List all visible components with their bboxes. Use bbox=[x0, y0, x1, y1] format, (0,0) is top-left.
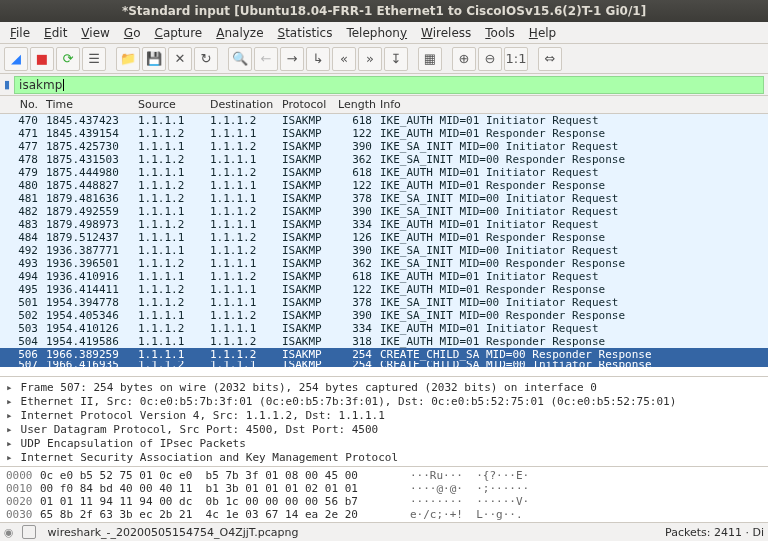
detail-line[interactable]: ▸ User Datagram Protocol, Src Port: 4500… bbox=[6, 423, 762, 437]
menu-statistics[interactable]: Statistics bbox=[272, 24, 339, 42]
col-header-length[interactable]: Length bbox=[334, 98, 376, 111]
close-file-icon[interactable]: ✕ bbox=[168, 47, 192, 71]
display-filter-input[interactable]: isakmp bbox=[14, 76, 764, 94]
open-file-icon[interactable]: 📁 bbox=[116, 47, 140, 71]
reload-icon[interactable]: ↻ bbox=[194, 47, 218, 71]
hex-line[interactable]: 002001 01 11 94 11 94 00 dc 0b 1c 00 00 … bbox=[6, 495, 762, 508]
packet-list-pane[interactable]: No. Time Source Destination Protocol Len… bbox=[0, 96, 768, 376]
packet-row[interactable]: 4701845.4374231.1.1.11.1.1.2ISAKMP618IKE… bbox=[0, 114, 768, 127]
menubar: File Edit View Go Capture Analyze Statis… bbox=[0, 22, 768, 44]
first-packet-icon[interactable]: « bbox=[332, 47, 356, 71]
packet-row[interactable]: 4711845.4391541.1.1.21.1.1.1ISAKMP122IKE… bbox=[0, 127, 768, 140]
col-header-time[interactable]: Time bbox=[42, 98, 134, 111]
packet-row[interactable]: 4931936.3965011.1.1.21.1.1.1ISAKMP362IKE… bbox=[0, 257, 768, 270]
display-filter-bar: ▮ isakmp bbox=[0, 74, 768, 96]
menu-file[interactable]: File bbox=[4, 24, 36, 42]
packet-details-pane[interactable]: ▸ Frame 507: 254 bytes on wire (2032 bit… bbox=[0, 376, 768, 466]
packet-row[interactable]: 5061966.3892591.1.1.11.1.1.2ISAKMP254CRE… bbox=[0, 348, 768, 361]
expert-info-icon[interactable]: ◉ bbox=[4, 526, 14, 539]
start-capture-icon[interactable]: ◢ bbox=[4, 47, 28, 71]
stop-capture-icon[interactable]: ■ bbox=[30, 47, 54, 71]
menu-capture[interactable]: Capture bbox=[148, 24, 208, 42]
window-title: *Standard input [Ubuntu18.04-FRR-1 Ether… bbox=[0, 0, 768, 22]
jump-packet-icon[interactable]: ↳ bbox=[306, 47, 330, 71]
packet-row[interactable]: 5071966.4169351.1.1.21.1.1.1ISAKMP254CRE… bbox=[0, 361, 768, 367]
detail-line[interactable]: ▸ UDP Encapsulation of IPsec Packets bbox=[6, 437, 762, 451]
menu-go[interactable]: Go bbox=[118, 24, 147, 42]
profile-icon[interactable] bbox=[22, 525, 36, 539]
capture-options-icon[interactable]: ☰ bbox=[82, 47, 106, 71]
detail-line[interactable]: ▸ Internet Protocol Version 4, Src: 1.1.… bbox=[6, 409, 762, 423]
menu-analyze[interactable]: Analyze bbox=[210, 24, 269, 42]
detail-line[interactable]: ▸ Ethernet II, Src: 0c:e0:b5:7b:3f:01 (0… bbox=[6, 395, 762, 409]
last-packet-icon[interactable]: » bbox=[358, 47, 382, 71]
detail-line[interactable]: ▸ Frame 507: 254 bytes on wire (2032 bit… bbox=[6, 381, 762, 395]
colorize-icon[interactable]: ▦ bbox=[418, 47, 442, 71]
find-packet-icon[interactable]: 🔍 bbox=[228, 47, 252, 71]
packet-row[interactable]: 4921936.3877711.1.1.11.1.1.2ISAKMP390IKE… bbox=[0, 244, 768, 257]
status-packets: Packets: 2411 · Di bbox=[665, 526, 764, 539]
toolbar: ◢ ■ ⟳ ☰ 📁 💾 ✕ ↻ 🔍 ← → ↳ « » ↧ ▦ ⊕ ⊖ 1:1 … bbox=[0, 44, 768, 74]
hex-line[interactable]: 003065 8b 2f 63 3b ec 2b 21 4c 1e 03 67 … bbox=[6, 508, 762, 521]
packet-row[interactable]: 5011954.3947781.1.1.21.1.1.1ISAKMP378IKE… bbox=[0, 296, 768, 309]
menu-view[interactable]: View bbox=[75, 24, 115, 42]
packet-row[interactable]: 4831879.4989731.1.1.21.1.1.1ISAKMP334IKE… bbox=[0, 218, 768, 231]
menu-tools[interactable]: Tools bbox=[479, 24, 521, 42]
status-file: wireshark_-_20200505154754_O4ZjjT.pcapng bbox=[48, 526, 299, 539]
packet-row[interactable]: 4811879.4816361.1.1.21.1.1.1ISAKMP378IKE… bbox=[0, 192, 768, 205]
packet-row[interactable]: 4801875.4488271.1.1.21.1.1.1ISAKMP122IKE… bbox=[0, 179, 768, 192]
next-packet-icon[interactable]: → bbox=[280, 47, 304, 71]
prev-packet-icon[interactable]: ← bbox=[254, 47, 278, 71]
menu-wireless[interactable]: Wireless bbox=[415, 24, 477, 42]
resize-columns-icon[interactable]: ⇔ bbox=[538, 47, 562, 71]
packet-row[interactable]: 4771875.4257301.1.1.11.1.1.2ISAKMP390IKE… bbox=[0, 140, 768, 153]
hex-line[interactable]: 00000c e0 b5 52 75 01 0c e0 b5 7b 3f 01 … bbox=[6, 469, 762, 482]
save-file-icon[interactable]: 💾 bbox=[142, 47, 166, 71]
status-bar: ◉ wireshark_-_20200505154754_O4ZjjT.pcap… bbox=[0, 522, 768, 541]
menu-telephony[interactable]: Telephony bbox=[340, 24, 413, 42]
auto-scroll-icon[interactable]: ↧ bbox=[384, 47, 408, 71]
zoom-reset-icon[interactable]: 1:1 bbox=[504, 47, 528, 71]
zoom-in-icon[interactable]: ⊕ bbox=[452, 47, 476, 71]
packet-row[interactable]: 5041954.4195861.1.1.11.1.1.2ISAKMP318IKE… bbox=[0, 335, 768, 348]
packet-row[interactable]: 4791875.4449801.1.1.11.1.1.2ISAKMP618IKE… bbox=[0, 166, 768, 179]
col-header-no[interactable]: No. bbox=[0, 98, 42, 111]
zoom-out-icon[interactable]: ⊖ bbox=[478, 47, 502, 71]
menu-edit[interactable]: Edit bbox=[38, 24, 73, 42]
col-header-destination[interactable]: Destination bbox=[206, 98, 278, 111]
packet-row[interactable]: 4821879.4925591.1.1.11.1.1.2ISAKMP390IKE… bbox=[0, 205, 768, 218]
hex-line[interactable]: 001000 f0 84 bd 40 00 40 11 b1 3b 01 01 … bbox=[6, 482, 762, 495]
packet-row[interactable]: 4941936.4109161.1.1.11.1.1.2ISAKMP618IKE… bbox=[0, 270, 768, 283]
packet-row[interactable]: 5031954.4101261.1.1.21.1.1.1ISAKMP334IKE… bbox=[0, 322, 768, 335]
packet-row[interactable]: 4841879.5124371.1.1.11.1.1.2ISAKMP126IKE… bbox=[0, 231, 768, 244]
col-header-info[interactable]: Info bbox=[376, 98, 768, 111]
packet-row[interactable]: 4781875.4315031.1.1.21.1.1.1ISAKMP362IKE… bbox=[0, 153, 768, 166]
packet-row[interactable]: 4951936.4144111.1.1.21.1.1.1ISAKMP122IKE… bbox=[0, 283, 768, 296]
detail-line[interactable]: ▸ Internet Security Association and Key … bbox=[6, 451, 762, 465]
packet-row[interactable]: 5021954.4053461.1.1.11.1.1.2ISAKMP390IKE… bbox=[0, 309, 768, 322]
bookmark-filter-icon[interactable]: ▮ bbox=[4, 78, 10, 91]
col-header-protocol[interactable]: Protocol bbox=[278, 98, 334, 111]
restart-capture-icon[interactable]: ⟳ bbox=[56, 47, 80, 71]
packet-list-header[interactable]: No. Time Source Destination Protocol Len… bbox=[0, 96, 768, 114]
col-header-source[interactable]: Source bbox=[134, 98, 206, 111]
menu-help[interactable]: Help bbox=[523, 24, 562, 42]
